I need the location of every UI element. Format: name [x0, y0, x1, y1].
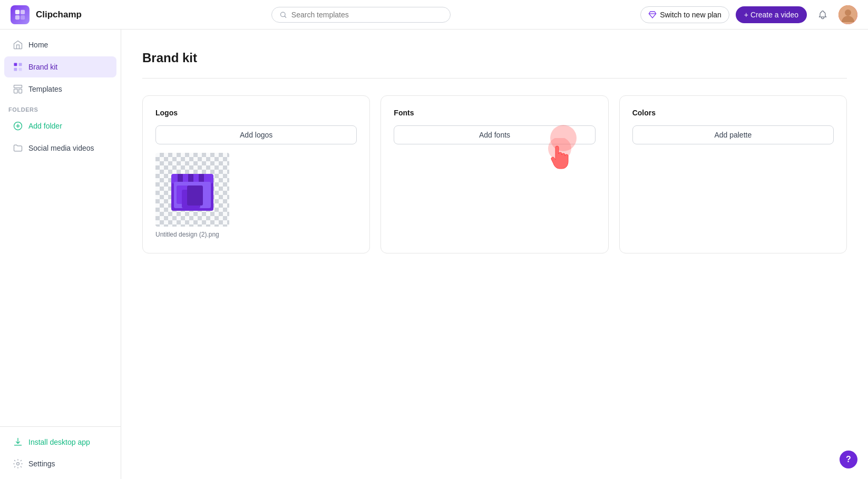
- app-name: Clipchamp: [36, 9, 82, 20]
- notifications-button[interactable]: [813, 5, 832, 24]
- fonts-card-title: Fonts: [394, 109, 595, 117]
- sidebar-item-templates[interactable]: Templates: [4, 79, 116, 100]
- logo-filename: Untitled design (2).png: [155, 231, 219, 238]
- switch-plan-button[interactable]: Switch to new plan: [640, 6, 729, 23]
- logo-preview: [155, 153, 229, 227]
- svg-rect-11: [14, 85, 22, 88]
- fonts-card: Fonts Add fonts: [381, 95, 608, 253]
- brand-icon: [13, 62, 23, 72]
- sidebar-item-install-desktop[interactable]: Install desktop app: [4, 432, 116, 453]
- colors-card-title: Colors: [632, 109, 834, 117]
- avatar[interactable]: [838, 5, 857, 24]
- folder-icon: [13, 143, 23, 153]
- sidebar-item-brand-kit[interactable]: Brand kit: [4, 56, 116, 77]
- sidebar: Home Brand kit Templates FOLDERS: [0, 30, 121, 479]
- sidebar-bottom: Install desktop app Settings: [0, 426, 121, 475]
- add-logos-button[interactable]: Add logos: [155, 125, 357, 144]
- add-palette-button[interactable]: Add palette: [632, 125, 834, 144]
- colors-card: Colors Add palette: [619, 95, 847, 253]
- home-icon: [13, 40, 23, 50]
- logos-card: Logos Add logos: [142, 95, 370, 253]
- page-title: Brand kit: [142, 51, 847, 65]
- help-button[interactable]: ?: [840, 451, 857, 468]
- folders-section-label: FOLDERS: [0, 100, 121, 115]
- search-bar[interactable]: [271, 7, 451, 23]
- svg-rect-12: [14, 89, 18, 93]
- svg-rect-0: [15, 9, 19, 14]
- sidebar-item-social-media-videos[interactable]: Social media videos: [4, 138, 116, 159]
- topbar-left: Clipchamp: [11, 5, 82, 24]
- search-icon: [279, 11, 287, 19]
- settings-icon: [13, 458, 23, 469]
- create-video-button[interactable]: + Create a video: [736, 6, 807, 23]
- sidebar-item-settings[interactable]: Settings: [4, 453, 116, 474]
- svg-rect-10: [19, 68, 22, 71]
- sidebar-item-add-folder[interactable]: Add folder: [4, 115, 116, 136]
- svg-rect-8: [19, 63, 22, 66]
- svg-rect-2: [15, 15, 19, 19]
- download-icon: [13, 437, 23, 447]
- templates-icon: [13, 84, 23, 94]
- svg-rect-7: [14, 63, 17, 66]
- logos-card-title: Logos: [155, 109, 357, 117]
- svg-rect-13: [19, 89, 22, 93]
- svg-rect-9: [14, 68, 17, 71]
- topbar: Clipchamp Switch to new plan + Create a …: [0, 0, 868, 30]
- hand-cursor-icon: [545, 138, 577, 179]
- svg-rect-1: [21, 9, 25, 14]
- main-layout: Home Brand kit Templates FOLDERS: [0, 30, 868, 479]
- bell-icon: [817, 9, 828, 20]
- svg-rect-24: [187, 185, 203, 206]
- add-folder-icon: [13, 121, 23, 131]
- cards-row: Logos Add logos: [142, 95, 847, 253]
- sidebar-item-home[interactable]: Home: [4, 34, 116, 55]
- topbar-right: Switch to new plan + Create a video: [640, 5, 857, 24]
- avatar-image: [838, 5, 857, 24]
- diamond-icon: [648, 11, 657, 19]
- divider: [142, 78, 847, 79]
- app-logo[interactable]: [11, 5, 30, 24]
- svg-point-15: [17, 463, 19, 465]
- svg-rect-3: [21, 15, 25, 19]
- logo-preview-image: [166, 163, 219, 216]
- content-area: Brand kit Logos Add logos: [121, 30, 868, 479]
- svg-point-6: [845, 9, 851, 16]
- search-input[interactable]: [291, 11, 443, 19]
